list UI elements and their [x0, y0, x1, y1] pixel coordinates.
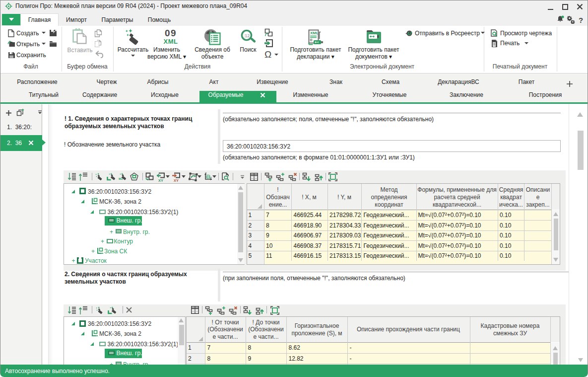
svg-text:XY: XY	[158, 178, 163, 182]
svg-text::12: :12	[244, 33, 250, 38]
svg-text:XY: XY	[174, 178, 179, 182]
svg-text:XML: XML	[310, 31, 319, 35]
